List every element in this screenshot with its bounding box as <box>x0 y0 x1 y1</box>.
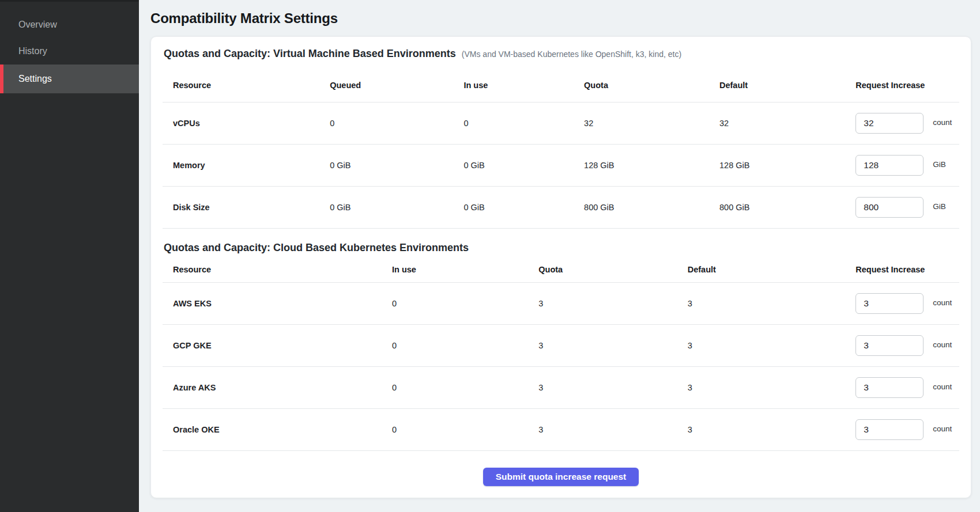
table-body: AWS EKS033countGCP GKE033countAzure AKS0… <box>163 283 959 451</box>
table-row: vCPUs003232count <box>163 103 959 145</box>
column-header-resource: Resource <box>163 81 330 90</box>
cell-in-use: 0 <box>392 341 538 350</box>
unit-label: count <box>933 424 952 433</box>
table-row: Oracle OKE033count <box>163 409 959 451</box>
cell-quota: 3 <box>538 383 687 392</box>
cell-default: 3 <box>688 383 856 392</box>
unit-label: count <box>933 382 952 391</box>
sidebar-item-overview[interactable]: Overview <box>0 12 139 38</box>
table-body: vCPUs003232countMemory0 GiB0 GiB128 GiB1… <box>163 103 959 229</box>
sidebar-item-history[interactable]: History <box>0 38 139 65</box>
unit-label: count <box>933 118 952 127</box>
cell-quota: 3 <box>538 299 687 308</box>
request-increase-cell: GiB <box>855 197 959 218</box>
column-header-default: Default <box>719 81 855 90</box>
table-header-row: ResourceQueuedIn useQuotaDefaultRequest … <box>163 61 959 103</box>
column-header-queued: Queued <box>330 81 463 90</box>
request-increase-input[interactable] <box>855 377 924 398</box>
resource-name: Disk Size <box>163 203 330 212</box>
column-header-default: Default <box>688 265 856 274</box>
request-increase-cell: count <box>855 419 959 440</box>
resource-name: GCP GKE <box>163 341 392 350</box>
main-content: Compatibility Matrix Settings Quotas and… <box>139 0 980 512</box>
request-increase-input[interactable] <box>855 197 924 218</box>
cell-in-use: 0 <box>392 425 538 434</box>
request-increase-cell: count <box>855 335 959 356</box>
submit-quota-increase-button[interactable]: Submit quota increase request <box>483 468 639 486</box>
cell-queued: 0 GiB <box>330 203 463 212</box>
section-heading-cloud: Quotas and Capacity: Cloud Based Kuberne… <box>163 240 959 255</box>
sidebar-item-settings[interactable]: Settings <box>0 65 139 93</box>
section-heading-vm: Quotas and Capacity: Virtual Machine Bas… <box>163 46 959 61</box>
cell-in-use: 0 GiB <box>463 161 584 170</box>
cell-in-use: 0 <box>392 299 538 308</box>
table-row: GCP GKE033count <box>163 325 959 367</box>
cell-quota: 3 <box>538 425 687 434</box>
table-row: AWS EKS033count <box>163 283 959 325</box>
cell-in-use: 0 <box>392 383 538 392</box>
unit-label: GiB <box>933 202 946 211</box>
table-row: Memory0 GiB0 GiB128 GiB128 GiBGiB <box>163 145 959 187</box>
request-increase-cell: count <box>855 293 959 314</box>
request-increase-input[interactable] <box>855 113 924 134</box>
cell-default: 3 <box>688 341 856 350</box>
cell-default: 3 <box>688 299 856 308</box>
request-increase-cell: count <box>855 113 959 134</box>
cell-in-use: 0 GiB <box>463 203 584 212</box>
resource-name: vCPUs <box>163 119 330 128</box>
card-footer: Submit quota increase request <box>163 451 959 486</box>
vm-quota-table: ResourceQueuedIn useQuotaDefaultRequest … <box>163 61 959 229</box>
cell-default: 800 GiB <box>719 203 855 212</box>
sidebar-item-label: Settings <box>18 74 52 84</box>
column-header-in-use: In use <box>392 265 538 274</box>
cell-quota: 32 <box>584 119 719 128</box>
section-note: (VMs and VM-based Kubernetes like OpenSh… <box>462 50 681 59</box>
cell-queued: 0 GiB <box>330 161 463 170</box>
cell-quota: 800 GiB <box>584 203 719 212</box>
resource-name: Azure AKS <box>163 383 392 392</box>
request-increase-input[interactable] <box>855 293 924 314</box>
cell-default: 3 <box>688 425 856 434</box>
sidebar: Overview History Settings <box>0 0 139 512</box>
section-title: Quotas and Capacity: Cloud Based Kuberne… <box>164 240 469 255</box>
request-increase-input[interactable] <box>855 335 924 356</box>
cell-default: 128 GiB <box>719 161 855 170</box>
resource-name: AWS EKS <box>163 299 392 308</box>
column-header-request-increase: Request Increase <box>855 81 959 90</box>
column-header-resource: Resource <box>163 265 392 274</box>
settings-card: Quotas and Capacity: Virtual Machine Bas… <box>150 36 971 498</box>
page-title: Compatibility Matrix Settings <box>150 10 971 26</box>
unit-label: GiB <box>933 160 946 169</box>
cell-quota: 3 <box>538 341 687 350</box>
cell-default: 32 <box>719 119 855 128</box>
sidebar-item-label: Overview <box>18 20 57 30</box>
request-increase-input[interactable] <box>855 155 924 176</box>
column-header-quota: Quota <box>538 265 687 274</box>
cloud-quota-table: ResourceIn useQuotaDefaultRequest Increa… <box>163 255 959 451</box>
column-header-in-use: In use <box>463 81 584 90</box>
column-header-request-increase: Request Increase <box>855 265 959 274</box>
request-increase-input[interactable] <box>855 419 924 440</box>
section-title: Quotas and Capacity: Virtual Machine Bas… <box>164 46 456 61</box>
unit-label: count <box>933 340 952 349</box>
table-row: Azure AKS033count <box>163 367 959 409</box>
resource-name: Oracle OKE <box>163 425 392 434</box>
table-row: Disk Size0 GiB0 GiB800 GiB800 GiBGiB <box>163 187 959 229</box>
request-increase-cell: GiB <box>855 155 959 176</box>
unit-label: count <box>933 298 952 307</box>
resource-name: Memory <box>163 161 330 170</box>
sidebar-item-label: History <box>18 46 47 56</box>
cell-in-use: 0 <box>463 119 584 128</box>
request-increase-cell: count <box>855 377 959 398</box>
column-header-quota: Quota <box>584 81 719 90</box>
cell-queued: 0 <box>330 119 463 128</box>
table-header-row: ResourceIn useQuotaDefaultRequest Increa… <box>163 255 959 283</box>
active-indicator <box>0 65 3 93</box>
cell-quota: 128 GiB <box>584 161 719 170</box>
app-window: Overview History Settings Compatibility … <box>0 0 980 512</box>
